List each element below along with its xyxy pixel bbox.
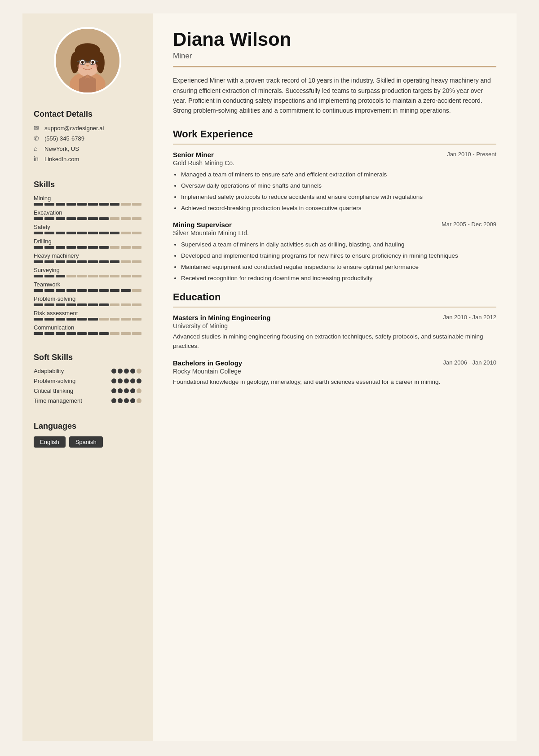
edu-degree: Bachelors in Geology [173,359,242,367]
edu-list: Masters in Mining EngineeringJan 2010 - … [173,314,496,387]
summary-text: Experienced Miner with a proven track re… [173,75,496,116]
dot-empty [137,369,141,374]
bar-filled-block [66,332,76,335]
bar-filled-block [56,332,65,335]
bar-filled-block [44,260,54,263]
bar-filled-block [88,289,97,292]
bar-empty-block [66,275,76,277]
bar-filled-block [88,332,97,335]
bar-filled-block [110,232,119,234]
skill-item: Surveying [34,267,141,277]
dot-filled [118,398,123,403]
education-section: Education Masters in Mining EngineeringJ… [173,291,496,387]
bar-empty-block [132,318,141,321]
bar-filled-block [99,246,109,249]
bar-filled-block [99,217,109,220]
bar-filled-block [99,260,109,263]
job-entry: Senior MinerJan 2010 - PresentGold Rush … [173,151,496,213]
dot-filled [124,388,129,393]
bar-empty-block [121,275,130,277]
soft-skill-name: Problem-solving [34,378,75,384]
bar-filled-block [99,289,109,292]
bar-filled-block [34,232,43,234]
bar-empty-block [132,303,141,306]
bar-filled-block [77,303,87,306]
bar-filled-block [77,217,87,220]
linkedin-icon: in [34,155,41,163]
skill-name: Teamwork [34,281,141,288]
bar-filled-block [34,318,43,321]
job-bullets: Managed a team of miners to ensure safe … [173,170,496,213]
contact-phone: ✆ (555) 345-6789 [34,135,141,142]
bar-filled-block [77,246,87,249]
bar-filled-block [44,246,54,249]
bar-filled-block [66,289,76,292]
soft-skills-section: Soft Skills AdaptabilityProblem-solvingC… [34,351,141,407]
bar-filled-block [77,289,87,292]
bar-empty-block [121,303,130,306]
bar-empty-block [121,332,130,335]
email-icon: ✉ [34,124,41,132]
bar-filled-block [34,275,43,277]
skill-name: Excavation [34,209,141,216]
bar-filled-block [110,289,119,292]
bar-empty-block [121,217,130,220]
bar-filled-block [66,232,76,234]
skill-item: Heavy machinery [34,252,141,263]
bar-filled-block [44,332,54,335]
bar-filled-block [88,232,97,234]
skill-name: Surveying [34,267,141,273]
edu-divider [173,307,496,308]
edu-date: Jan 2006 - Jan 2010 [443,359,496,366]
sidebar: Contact Details ✉ support@cvdesigner.ai … [22,13,153,741]
soft-skills-list: AdaptabilityProblem-solvingCritical thin… [34,368,141,404]
skill-item: Risk assessment [34,310,141,321]
dot-filled [118,378,123,383]
skill-bar [34,260,141,263]
bar-empty-block [132,246,141,249]
bar-empty-block [88,275,97,277]
bar-filled-block [44,303,54,306]
skill-bar [34,303,141,306]
job-title: Mining Supervisor [173,221,232,229]
bar-filled-block [34,332,43,335]
skill-bar [34,318,141,321]
soft-skill-row: Time management [34,397,141,404]
dot-filled [124,369,129,374]
job-header: Mining SupervisorMar 2005 - Dec 2009 [173,221,496,229]
skill-item: Problem-solving [34,295,141,306]
bar-empty-block [110,275,119,277]
svg-point-10 [81,61,84,64]
bar-empty-block [77,275,87,277]
bar-filled-block [44,275,54,277]
job-company: Gold Rush Mining Co. [173,159,496,167]
work-experience-title: Work Experience [173,128,496,140]
job-bullet: Managed a team of miners to ensure safe … [181,170,496,180]
dot-filled [130,378,135,383]
bar-filled-block [88,318,97,321]
skill-bar [34,275,141,277]
language-tag: English [34,436,66,448]
edu-school: Rocky Mountain College [173,368,496,375]
bar-empty-block [132,260,141,263]
soft-skill-name: Time management [34,397,82,404]
skill-name: Safety [34,224,141,230]
skill-bar [34,289,141,292]
skill-item: Teamwork [34,281,141,292]
bar-filled-block [77,260,87,263]
bar-filled-block [77,203,87,206]
soft-skill-dots [111,398,141,403]
bar-empty-block [121,246,130,249]
dot-filled [111,378,116,383]
dot-filled [130,369,135,374]
bar-empty-block [132,203,141,206]
avatar [54,27,121,94]
skill-item: Excavation [34,209,141,220]
soft-skill-dots [111,369,141,374]
skill-bar [34,332,141,335]
resume-container: Contact Details ✉ support@cvdesigner.ai … [22,13,517,741]
bar-filled-block [34,203,43,206]
soft-skill-dots [111,388,141,393]
svg-point-17 [86,65,89,66]
bar-filled-block [44,232,54,234]
